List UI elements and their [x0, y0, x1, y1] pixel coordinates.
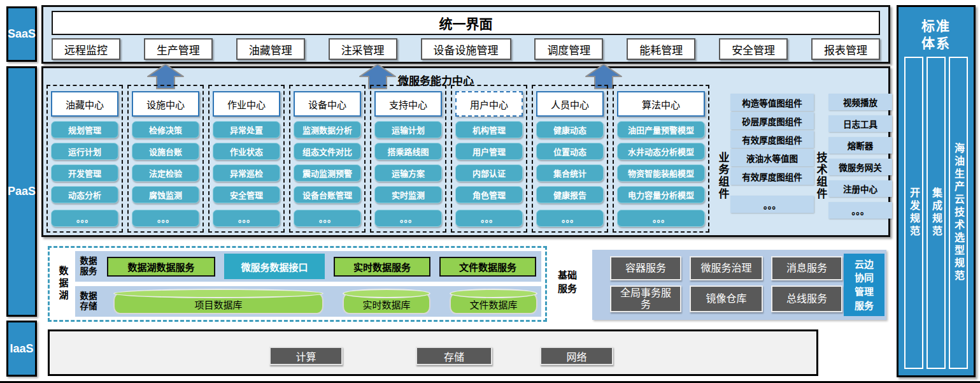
- center-header: 设备中心: [294, 91, 361, 117]
- service-item: 开发管理: [51, 164, 118, 182]
- service-item: 水井动态分析模型: [617, 143, 705, 160]
- service-item: 规划管理: [51, 121, 118, 138]
- center-header: 设施中心: [132, 91, 199, 117]
- business-component: 构造等值图组件: [730, 94, 814, 111]
- data-lake-rows: 数据服务 数据湖数据服务 微服务数据接口 实时数据服务 文件数据服务 数据存储 …: [75, 251, 541, 317]
- business-component: 砂层厚度图组件: [730, 112, 814, 129]
- image-repository: 镜像仓库: [690, 285, 763, 312]
- service-item-more: 。。。: [374, 210, 442, 227]
- project-database-cylinder: 项目数据库: [113, 293, 323, 314]
- realtime-database-cylinder: 实时数据库: [343, 293, 430, 314]
- base-services-grid: 容器服务 微服务治理 消息服务 全局事务服务 镜像仓库 总线服务: [610, 256, 842, 312]
- service-item: 搭乘路线图: [374, 143, 442, 160]
- cloud-tech-selection-standard: 海油生产云技术选型规范: [949, 57, 968, 369]
- base-services-panel: 容器服务 微服务治理 消息服务 全局事务服务 镜像仓库 总线服务 云边协同管理服…: [592, 250, 886, 320]
- service-item: 腐蚀监测: [132, 186, 199, 203]
- data-service-row: 数据服务 数据湖数据服务 微服务数据接口 实时数据服务 文件数据服务: [75, 251, 541, 282]
- storage-resource: 存储: [416, 347, 492, 365]
- saas-panel: 统一界面 远程监控 生产管理 油藏管理 注采管理 设备设施管理 调度管理 能耗管…: [41, 5, 890, 64]
- service-item-more: 。。。: [132, 210, 199, 227]
- center-header: 支持中心: [374, 91, 442, 117]
- app-report-mgmt: 报表管理: [811, 38, 880, 60]
- service-item-more: 。。。: [455, 210, 523, 227]
- center-column-algorithm: 算法中心 油田产量预警模型 水井动态分析模型 物资智能装船模型 电力容量分析模型…: [613, 85, 709, 233]
- development-standard: 开发规范: [904, 57, 923, 369]
- file-database-cylinder: 文件数据库: [450, 293, 537, 314]
- service-item-more: 。。。: [536, 210, 604, 227]
- service-item: 动态分析: [51, 186, 118, 203]
- center-column-user: 用户中心 机构管理 用户管理 内部认证 角色管理 。。。: [451, 85, 527, 233]
- center-column-equipment: 设备中心 监测数据分析 组态文件对比 震动监测预警 设备台账管理 。。。: [289, 85, 366, 233]
- business-component: 有效厚度图组件: [730, 131, 814, 148]
- base-services-label: 基础服务: [557, 268, 578, 295]
- business-components-list: 构造等值图组件 砂层厚度图组件 有效厚度图组件 液油水等值图 有效厚度图组件 。…: [730, 94, 814, 213]
- message-service: 消息服务: [771, 256, 842, 280]
- center-column-personnel: 人员中心 健康动态 位置动态 集合统计 健康报告 。。。: [532, 85, 608, 233]
- service-item: 运输计划: [374, 121, 442, 138]
- business-component: 有效厚度图组件: [730, 168, 814, 185]
- service-item: 角色管理: [455, 186, 523, 203]
- network-resource: 网络: [540, 347, 613, 365]
- app-safety-mgmt: 安全管理: [719, 38, 788, 60]
- app-production-mgmt: 生产管理: [144, 38, 213, 60]
- unified-interface-title: 统一界面: [439, 13, 493, 33]
- service-item: 用户管理: [455, 143, 523, 160]
- service-item: 位置动态: [536, 143, 604, 160]
- layer-label-iaas: IaaS: [6, 321, 37, 377]
- app-remote-monitoring: 远程监控: [52, 38, 120, 60]
- app-equipment-facility-mgmt: 设备设施管理: [421, 38, 511, 60]
- microservice-governance: 微服务治理: [690, 256, 763, 280]
- paas-panel: 微服务能力中心 油藏中心 规划管理 运行计划 开发管理 动态分析 。。。 设施中…: [41, 66, 890, 237]
- center-column-facility: 设施中心 检修决策 设施台账 法定检验 腐蚀监测 。。。: [127, 85, 204, 233]
- iaas-panel: 计算 存储 网络: [48, 329, 818, 376]
- database-name: 文件数据库: [469, 296, 517, 311]
- service-item: 设施台账: [132, 143, 199, 160]
- data-service-label: 数据服务: [79, 256, 98, 276]
- center-header: 人员中心: [536, 91, 604, 117]
- service-item: 健康报告: [536, 186, 604, 203]
- service-item: 健康动态: [536, 121, 604, 138]
- service-item: 运输方案: [374, 164, 442, 182]
- technical-component-more: 。。。: [828, 202, 892, 219]
- database-name: 实时数据库: [362, 296, 410, 311]
- center-column-operation: 作业中心 异常处置 作业状态 异常巡检 安全管理 。。。: [208, 85, 285, 233]
- app-injection-mgmt: 注采管理: [329, 38, 397, 60]
- service-item: 异常巡检: [213, 164, 280, 182]
- technical-component: 注册中心: [828, 180, 892, 197]
- technical-components-label: 技术组件: [814, 132, 828, 220]
- service-item: 内部认证: [455, 164, 523, 182]
- microservice-centers: 油藏中心 规划管理 运行计划 开发管理 动态分析 。。。 设施中心 检修决策 设…: [46, 85, 709, 233]
- service-item: 机构管理: [455, 121, 523, 138]
- compute-resource: 计算: [269, 347, 343, 365]
- layer-label-paas: PaaS: [6, 66, 37, 317]
- app-reservoir-mgmt: 油藏管理: [236, 38, 305, 60]
- layer-label-text: IaaS: [10, 342, 33, 356]
- service-item: 物资智能装船模型: [617, 164, 705, 182]
- service-item-more: 。。。: [213, 210, 280, 227]
- service-item: 震动监测预警: [294, 164, 361, 182]
- service-item: 集合统计: [536, 164, 604, 182]
- container-service: 容器服务: [610, 256, 681, 280]
- data-lake-data-service: 数据湖数据服务: [107, 257, 215, 277]
- integration-standard: 集成规范: [927, 57, 946, 369]
- service-item: 电力容量分析模型: [617, 186, 705, 203]
- service-item: 异常处置: [213, 121, 280, 138]
- technical-component: 熔断器: [828, 137, 892, 154]
- service-item: 运行计划: [51, 143, 118, 160]
- data-storage-label: 数据存储: [79, 291, 98, 311]
- service-item-more: 。。。: [294, 210, 361, 227]
- service-item: 安全管理: [213, 186, 280, 203]
- app-dispatch-mgmt: 调度管理: [534, 38, 603, 60]
- data-storage-row: 数据存储 项目数据库 实时数据库 文件数据库: [75, 286, 541, 317]
- layer-label-text: SaaS: [8, 27, 36, 41]
- layer-label-saas: SaaS: [6, 6, 37, 62]
- service-item: 实时监测: [374, 186, 442, 203]
- center-column-support: 支持中心 运输计划 搭乘路线图 运输方案 实时监测 。。。: [370, 85, 446, 233]
- technical-component: 日志工具: [828, 115, 892, 132]
- standards-columns: 开发规范 集成规范 海油生产云技术选型规范: [904, 57, 968, 369]
- unified-interface-bar: 统一界面: [52, 11, 880, 35]
- center-header: 油藏中心: [51, 91, 118, 117]
- center-column-reservoir: 油藏中心 规划管理 运行计划 开发管理 动态分析 。。。: [46, 85, 123, 233]
- data-lake-panel: 数据湖 数据服务 数据湖数据服务 微服务数据接口 实时数据服务 文件数据服务 数…: [48, 246, 547, 322]
- center-header: 用户中心: [455, 91, 523, 117]
